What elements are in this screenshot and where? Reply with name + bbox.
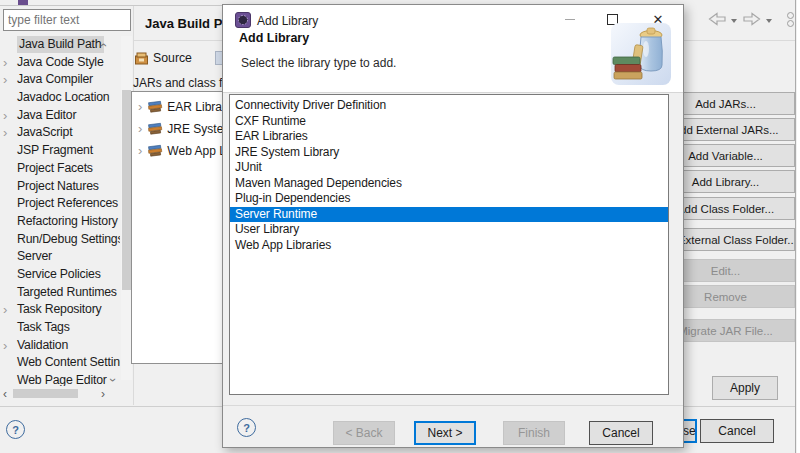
finish-button: Finish — [503, 421, 565, 445]
scrollbar-thumb[interactable] — [13, 389, 78, 398]
window-right-border — [795, 0, 796, 453]
expander-icon[interactable]: › — [3, 301, 7, 319]
sidebar-item-service-policies[interactable]: Service Policies — [0, 266, 120, 284]
scroll-down-icon[interactable]: › — [106, 378, 120, 382]
expander-icon[interactable]: › — [138, 121, 142, 136]
scroll-up-icon[interactable]: › — [96, 43, 110, 47]
sidebar-item-validation[interactable]: ›Validation — [0, 337, 120, 355]
filter-input[interactable] — [3, 9, 131, 31]
sidebar-item-java-code-style[interactable]: ›Java Code Style — [0, 54, 120, 72]
list-item[interactable]: Connectivity Driver Definition — [230, 98, 668, 114]
screen: Java Build Path ›Java Code Style ›Java C… — [0, 0, 800, 453]
sidebar-item-targeted-runtimes[interactable]: Targeted Runtimes — [0, 284, 120, 302]
sidebar-horizontal-scrollbar[interactable]: ‹ › — [0, 387, 115, 401]
expander-icon[interactable]: › — [3, 337, 7, 355]
scroll-right-icon[interactable]: › — [101, 388, 105, 400]
sidebar-item-task-tags[interactable]: Task Tags — [0, 319, 120, 337]
help-button[interactable]: ? — [237, 418, 256, 437]
sidebar-item-refactoring-history[interactable]: Refactoring History — [0, 213, 120, 231]
sidebar-item-run-debug-settings[interactable]: Run/Debug Settings — [0, 231, 120, 249]
list-item[interactable]: Plug-in Dependencies — [230, 191, 668, 207]
sidebar-item-jsp-fragment[interactable]: JSP Fragment — [0, 142, 120, 160]
library-icon — [148, 122, 163, 135]
tab-source[interactable]: Source — [135, 48, 192, 68]
window-top-edge — [0, 5, 222, 6]
window-cancel-button[interactable]: Cancel — [700, 419, 774, 443]
sidebar-item-javadoc-location[interactable]: Javadoc Location — [0, 89, 120, 107]
list-item[interactable]: EAR Libraries — [230, 129, 668, 145]
sidebar-item-java-editor[interactable]: ›Java Editor — [0, 107, 120, 125]
dialog-title: Add Library — [257, 14, 318, 28]
list-item[interactable]: CXF Runtime — [230, 114, 668, 130]
expander-icon[interactable]: › — [3, 107, 7, 125]
wizard-subtitle: Select the library type to add. — [241, 56, 396, 70]
sidebar-item-java-compiler[interactable]: ›Java Compiler — [0, 71, 120, 89]
sidebar-item-web-page-editor[interactable]: Web Page Editor — [0, 372, 120, 386]
help-button[interactable]: ? — [6, 420, 25, 439]
add-library-dialog: Add Library ✕ Add Library Select the lib… — [222, 4, 684, 448]
back-history-dropdown-icon[interactable] — [731, 19, 737, 23]
scrollbar-thumb[interactable] — [122, 90, 131, 290]
eclipse-icon — [235, 12, 251, 28]
dialog-footer: ? < Back Next > Finish Cancel — [223, 405, 683, 447]
cancel-button[interactable]: Cancel — [589, 421, 653, 445]
toolbar-edge-dot-icon — [787, 12, 794, 19]
library-icon — [148, 144, 163, 157]
window-above-icon-fragment — [18, 0, 28, 5]
list-item[interactable]: JRE System Library — [230, 145, 668, 161]
next-button[interactable]: Next > — [414, 421, 476, 445]
list-item[interactable]: JUnit — [230, 160, 668, 176]
expander-icon[interactable]: › — [3, 54, 7, 72]
sidebar-item-task-repository[interactable]: ›Task Repository — [0, 301, 120, 319]
preferences-tree: Java Build Path ›Java Code Style ›Java C… — [0, 36, 120, 386]
list-item-selected[interactable]: Server Runtime — [230, 207, 668, 223]
expander-icon[interactable]: › — [3, 71, 7, 89]
library-icon — [148, 100, 163, 113]
sidebar-item-server[interactable]: Server — [0, 248, 120, 266]
list-item[interactable]: Web App Libraries — [230, 238, 668, 254]
back-button: < Back — [333, 421, 395, 445]
expander-icon[interactable]: › — [3, 124, 7, 142]
library-banner-icon — [611, 21, 671, 87]
toolbar-edge-dot-icon — [787, 20, 794, 27]
sidebar-item-project-facets[interactable]: Project Facets — [0, 160, 120, 178]
list-item[interactable]: User Library — [230, 222, 668, 238]
tab-label: Source — [153, 51, 192, 65]
expander-icon[interactable]: › — [138, 143, 142, 158]
list-item[interactable]: Maven Managed Dependencies — [230, 176, 668, 192]
wizard-title: Add Library — [239, 31, 309, 45]
sidebar-item-project-natures[interactable]: Project Natures — [0, 178, 120, 196]
navigation-toolbar — [708, 10, 794, 32]
source-folder-icon — [135, 52, 148, 65]
forward-arrow-icon[interactable] — [743, 12, 761, 26]
header-separator — [223, 92, 683, 93]
forward-history-dropdown-icon[interactable] — [766, 19, 772, 23]
apply-button[interactable]: Apply — [712, 376, 778, 400]
expander-icon[interactable]: › — [138, 99, 142, 114]
minimize-icon[interactable] — [553, 5, 587, 33]
back-arrow-icon[interactable] — [708, 12, 726, 26]
sidebar-item-project-references[interactable]: Project References — [0, 195, 120, 213]
sidebar-item-javascript[interactable]: ›JavaScript — [0, 124, 120, 142]
library-type-list[interactable]: Connectivity Driver Definition CXF Runti… — [229, 94, 669, 395]
scroll-left-icon[interactable]: ‹ — [3, 388, 7, 400]
sidebar-item-web-content-settings[interactable]: Web Content Settings — [0, 354, 120, 372]
